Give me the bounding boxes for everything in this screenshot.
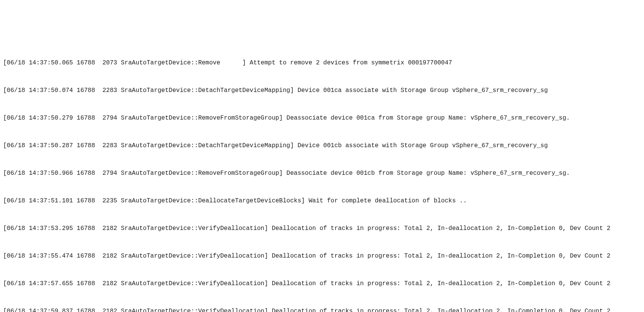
log-line: [06/18 14:37:55.474 16788 2182 SraAutoTa… <box>3 251 641 261</box>
log-line: [06/18 14:37:53.295 16788 2182 SraAutoTa… <box>3 224 641 233</box>
log-line: [06/18 14:37:50.074 16788 2283 SraAutoTa… <box>3 86 641 95</box>
log-line: [06/18 14:37:50.279 16788 2794 SraAutoTa… <box>3 113 641 123</box>
log-line: [06/18 14:37:51.101 16788 2235 SraAutoTa… <box>3 196 641 205</box>
log-line: [06/18 14:37:59.837 16788 2182 SraAutoTa… <box>3 307 641 312</box>
log-line: [06/18 14:37:50.966 16788 2794 SraAutoTa… <box>3 169 641 178</box>
log-line: [06/18 14:37:50.287 16788 2283 SraAutoTa… <box>3 141 641 150</box>
log-line: [06/18 14:37:57.655 16788 2182 SraAutoTa… <box>3 279 641 288</box>
log-line: [06/18 14:37:50.065 16788 2073 SraAutoTa… <box>3 58 641 67</box>
log-output: [06/18 14:37:50.065 16788 2073 SraAutoTa… <box>3 40 641 312</box>
